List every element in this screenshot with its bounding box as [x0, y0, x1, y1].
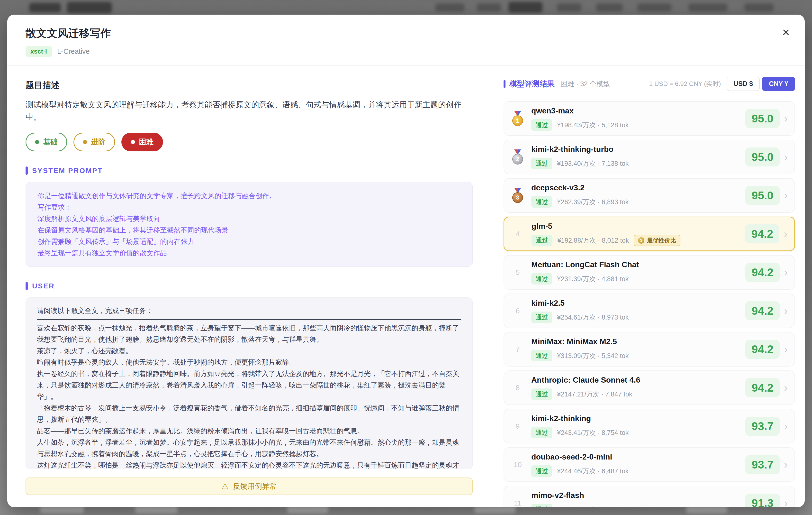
currency-usd-button[interactable]: USD $ [727, 77, 760, 91]
rank-cell: 1 [504, 111, 531, 126]
report-abnormal-case-button[interactable]: ⚠ 反馈用例异常 [26, 478, 473, 495]
medal-icon: 1 [512, 111, 523, 126]
model-card[interactable]: 11 mimo-v2-flash 通过 ¥204.87/万次 · 5,442 t… [503, 486, 795, 507]
model-card[interactable]: 6 kimi-k2.5 通过 ¥254.61/万次 · 8,973 tok 94… [503, 294, 795, 328]
model-price: ¥262.39/万次 · 6,893 tok [557, 198, 629, 207]
system-prompt-line: 深度解析原文文风的底层逻辑与美学取向 [37, 213, 461, 224]
chevron-right-icon: › [784, 305, 788, 316]
difficulty-pill-label: 困难 [139, 137, 153, 147]
close-icon[interactable]: × [782, 26, 790, 38]
model-card[interactable]: 9 kimi-k2-thinking 通过 ¥243.41/万次 · 8,754… [503, 409, 795, 443]
essay-paragraph: 人生如茶，沉浮各半，浮者若尘，沉者如梦。心安宁起来，足以承载那抹小小的光，无来由… [37, 437, 461, 460]
medal-icon: 2 [512, 150, 523, 165]
dot-icon [131, 140, 135, 144]
model-card[interactable]: 2 kimi-k2-thinking-turbo 通过 ¥193.40/万次 ·… [503, 140, 795, 174]
difficulty-pill-hard[interactable]: 困难 [121, 133, 163, 152]
rank-cell: 7 [504, 345, 531, 353]
chevron-right-icon: › [784, 267, 788, 278]
dot-icon [83, 140, 87, 144]
model-score: 94.2 [745, 378, 780, 397]
difficulty-pill-basic[interactable]: 基础 [26, 133, 67, 152]
task-category-label: L-Creative [57, 48, 90, 55]
background-blur-block [509, 2, 543, 13]
model-card[interactable]: 4 glm-5 通过 ¥192.88/万次 · 8,012 tok $ 最优性价… [503, 217, 795, 251]
dot-icon [35, 140, 39, 144]
model-score: 93.7 [745, 455, 780, 474]
model-score: 93.7 [745, 417, 780, 436]
rank-cell: 9 [504, 422, 531, 430]
essay-paragraph: 品茗——那早已失传的茶磨运作起来，厚重无比。浅绿的粉末倾泻而出，让我有幸嗅一回古… [37, 425, 461, 437]
model-name: kimi-k2-thinking [531, 414, 741, 423]
best-value-label: 最优性价比 [647, 237, 676, 244]
model-card[interactable]: 3 deepseek-v3.2 通过 ¥262.39/万次 · 6,893 to… [503, 178, 795, 213]
model-ranking-list: 1 qwen3-max 通过 ¥198.43/万次 · 5,128 tok 95… [503, 101, 795, 507]
section-bar-icon [26, 166, 28, 175]
page-title: 散文文风迁移写作 [26, 26, 783, 40]
model-price: ¥244.46/万次 · 6,487 tok [557, 467, 629, 476]
model-score: 94.2 [745, 301, 780, 320]
model-rank: 8 [516, 384, 520, 392]
model-card[interactable]: 1 qwen3-max 通过 ¥198.43/万次 · 5,128 tok 95… [503, 101, 795, 136]
model-score: 94.2 [745, 224, 780, 243]
rank-cell: 5 [504, 268, 531, 276]
model-score: 95.0 [745, 147, 780, 166]
task-tag-badge: xsct-l [26, 46, 52, 57]
model-name: Meituan: LongCat Flash Chat [531, 260, 741, 269]
model-card[interactable]: 10 doubao-seed-2-0-mini 通过 ¥244.46/万次 · … [503, 448, 795, 482]
difficulty-pill-advanced[interactable]: 进阶 [74, 133, 115, 152]
model-score: 91.3 [745, 494, 780, 507]
task-panel: 题目描述 测试模型对特定散文文风的理解与迁移能力，考察其能否捕捉原文的意象、语感… [7, 66, 491, 507]
divider [37, 319, 461, 320]
best-value-badge: $ 最优性价比 [634, 235, 680, 246]
model-score: 95.0 [745, 186, 780, 205]
pass-badge: 通过 [531, 465, 552, 477]
model-price: ¥2147.21/万次 · 7,847 tok [557, 390, 632, 399]
background-blur-block [29, 3, 61, 12]
chevron-right-icon: › [784, 459, 788, 470]
pass-badge: 通过 [531, 311, 552, 323]
chevron-right-icon: › [784, 344, 788, 355]
section-bar-icon [26, 282, 28, 290]
currency-cny-button[interactable]: CNY ¥ [762, 77, 795, 91]
money-icon: $ [638, 237, 644, 244]
user-prompt-intro: 请阅读以下散文全文，完成三项任务： [37, 305, 461, 317]
difficulty-pill-label: 基础 [43, 137, 58, 147]
model-name: mimo-v2-flash [531, 491, 741, 500]
model-card[interactable]: 5 Meituan: LongCat Flash Chat 通过 ¥231.39… [503, 255, 795, 290]
essay-paragraph: 「抱着檀木的古琴，发间插上一支易安小令，泛着瘦黄花的香气，借着不知名的光亮，细细… [37, 402, 461, 425]
rank-cell: 2 [504, 150, 531, 165]
report-abnormal-case-label: 反馈用例异常 [233, 481, 277, 491]
model-price: ¥313.09/万次 · 5,342 tok [557, 351, 629, 360]
system-prompt-line: 在保留原文风格基因的基础上，将其迁移至截然不同的现代场景 [37, 224, 461, 236]
pass-badge: 通过 [531, 235, 552, 246]
difficulty-pill-label: 进阶 [91, 137, 106, 147]
model-rank: 9 [516, 422, 520, 430]
model-price: ¥254.61/万次 · 8,973 tok [557, 313, 629, 322]
background-blur-block [67, 2, 112, 13]
chevron-right-icon: › [784, 152, 788, 162]
system-prompt-box: 你是一位精通散文创作与文体研究的文学专家，擅长跨文风的迁移与融合创作。 写作要求… [26, 182, 473, 267]
model-rank: 5 [516, 268, 520, 276]
medal-number: 2 [512, 154, 523, 165]
system-prompt-label: SYSTEM PROMPT [26, 166, 473, 175]
model-name: Anthropic: Claude Sonnet 4.6 [531, 376, 741, 384]
chevron-right-icon: › [784, 228, 787, 239]
rank-cell: 11 [504, 499, 531, 507]
chevron-right-icon: › [784, 190, 788, 201]
chevron-right-icon: › [784, 421, 788, 432]
background-blur-block [637, 3, 671, 12]
medal-number: 3 [512, 192, 523, 203]
pass-badge: 通过 [531, 158, 552, 169]
model-rank: 7 [516, 345, 520, 353]
system-prompt-line: 创作需兼顾「文风传承」与「场景适配」的内在张力 [37, 236, 461, 247]
essay-paragraph: 喧闹有时似乎是心灵的敌人，使他无法安宁。我处于吵闹的地方，便更怀念那片寂静。 [37, 357, 461, 368]
model-card[interactable]: 8 Anthropic: Claude Sonnet 4.6 通过 ¥2147.… [503, 371, 795, 405]
model-name: MiniMax: MiniMax M2.5 [531, 337, 741, 346]
model-name: kimi-k2-thinking-turbo [531, 145, 741, 154]
pass-badge: 通过 [531, 196, 552, 208]
section-bar-icon [503, 80, 505, 88]
model-card[interactable]: 7 MiniMax: MiniMax M2.5 通过 ¥313.09/万次 · … [503, 332, 795, 367]
task-description-heading: 题目描述 [26, 80, 473, 91]
model-price: ¥243.41/万次 · 8,754 tok [557, 428, 629, 437]
model-score: 95.0 [745, 109, 780, 128]
